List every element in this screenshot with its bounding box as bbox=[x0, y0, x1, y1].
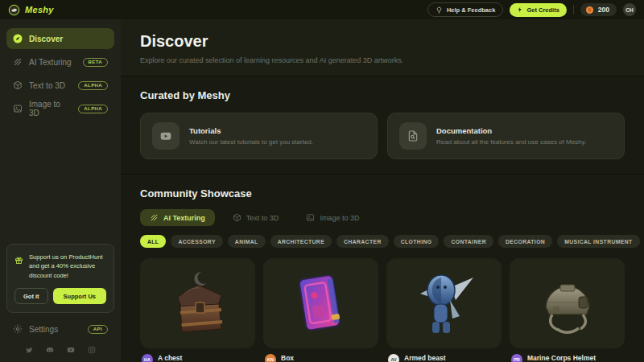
sidebar-item-label: Text to 3D bbox=[29, 81, 65, 90]
showcase-tabs: AI TexturingText to 3DImage to 3D bbox=[140, 209, 625, 226]
model-thumbnail[interactable] bbox=[263, 258, 378, 348]
top-bar: Meshy Help & Feedback Get Credits 200 CH bbox=[0, 0, 644, 19]
curated-card-title: Tutorials bbox=[189, 126, 313, 135]
document-icon bbox=[399, 122, 427, 150]
filter-musical-instrument[interactable]: MUSICAL INSTRUMENT bbox=[557, 235, 639, 248]
image-icon bbox=[13, 104, 23, 113]
filter-decoration[interactable]: DECORATION bbox=[498, 235, 552, 248]
social-links bbox=[0, 339, 121, 357]
model-title: Armed beast bbox=[404, 354, 446, 362]
get-credits-button[interactable]: Get Credits bbox=[510, 3, 566, 17]
tab-label: Text to 3D bbox=[246, 214, 279, 222]
meshy-logo[interactable]: Meshy bbox=[8, 4, 54, 16]
category-filters: ALLACCESSORYANIMALARCHITECTURECHARACTERC… bbox=[140, 235, 625, 248]
filter-architecture[interactable]: ARCHITECTURE bbox=[270, 235, 332, 248]
page-subtitle: Explore our curated selection of learnin… bbox=[140, 56, 625, 64]
main-content: Discover Explore our curated selection o… bbox=[121, 19, 644, 362]
sidebar-item-settings[interactable]: Settings API bbox=[0, 319, 121, 339]
got-it-button[interactable]: Got it bbox=[14, 288, 48, 304]
sidebar-item-label: AI Texturing bbox=[29, 58, 72, 67]
showcase-grid: HAA chestHannahKNBoxKnight42AVArmed beas… bbox=[140, 258, 625, 362]
curated-card-description: Read about all the features and use case… bbox=[436, 138, 586, 146]
model-title: Box bbox=[281, 354, 305, 362]
instagram-icon[interactable] bbox=[88, 346, 96, 354]
logo-text: Meshy bbox=[25, 5, 54, 14]
credits-count: 200 bbox=[598, 6, 609, 14]
author-avatar[interactable]: AV bbox=[388, 354, 399, 362]
model-thumbnail[interactable] bbox=[510, 258, 625, 348]
author-avatar[interactable]: PR bbox=[511, 354, 522, 362]
showcase-card-box: KNBoxKnight42 bbox=[263, 258, 378, 362]
curated-card-description: Watch our latest tutorials to get you st… bbox=[189, 138, 313, 146]
alpha-badge: ALPHA bbox=[78, 81, 108, 90]
author-avatar[interactable]: HA bbox=[142, 354, 153, 362]
gear-icon bbox=[13, 324, 23, 334]
topbar-divider bbox=[573, 5, 574, 14]
sidebar: DiscoverAI TexturingBETAText to 3DALPHAI… bbox=[0, 19, 121, 362]
lightning-icon bbox=[517, 6, 523, 13]
filter-accessory[interactable]: ACCESSORY bbox=[171, 235, 222, 248]
discord-icon[interactable] bbox=[46, 346, 54, 354]
page-header: Discover Explore our curated selection o… bbox=[121, 19, 644, 76]
twitter-icon[interactable] bbox=[25, 346, 33, 354]
coin-icon bbox=[585, 6, 594, 14]
support-us-button[interactable]: Support Us bbox=[53, 288, 106, 304]
api-badge: API bbox=[88, 325, 108, 334]
filter-clothing[interactable]: CLOTHING bbox=[394, 235, 440, 248]
cube-icon bbox=[233, 213, 242, 222]
settings-label: Settings bbox=[29, 325, 58, 334]
author-avatar[interactable]: KN bbox=[265, 354, 276, 362]
showcase-card-armed-beast: AVArmed beastAvAR bbox=[386, 258, 502, 362]
user-avatar[interactable]: CH bbox=[623, 3, 636, 16]
filter-animal[interactable]: ANIMAL bbox=[228, 235, 266, 248]
filter-character[interactable]: CHARACTER bbox=[336, 235, 389, 248]
get-credits-label: Get Credits bbox=[526, 6, 559, 14]
sidebar-item-text-to-3d[interactable]: Text to 3DALPHA bbox=[6, 75, 114, 96]
gift-icon bbox=[14, 253, 23, 281]
tab-label: AI Texturing bbox=[163, 214, 205, 222]
bulb-icon bbox=[436, 6, 443, 14]
tab-image-to-3d[interactable]: Image to 3D bbox=[296, 209, 369, 226]
alpha-badge: ALPHA bbox=[78, 105, 108, 113]
cube-icon bbox=[13, 80, 23, 90]
curated-heading: Curated by Meshy bbox=[140, 89, 625, 101]
sidebar-item-label: Discover bbox=[29, 35, 63, 43]
image-icon bbox=[306, 213, 315, 222]
curated-section: Curated by Meshy TutorialsWatch our late… bbox=[121, 76, 644, 175]
model-thumbnail[interactable] bbox=[140, 258, 255, 348]
curated-card-tutorials[interactable]: TutorialsWatch our latest tutorials to g… bbox=[140, 113, 378, 159]
meshy-logo-icon bbox=[8, 4, 20, 16]
help-feedback-label: Help & Feedback bbox=[447, 6, 495, 14]
showcase-card-a-chest: HAA chestHannah bbox=[140, 258, 255, 362]
filter-all[interactable]: ALL bbox=[140, 235, 166, 248]
showcase-card-marine-corps-helmet: PRMarine Corps HelmetProton bbox=[510, 258, 625, 362]
sidebar-nav: DiscoverAI TexturingBETAText to 3DALPHAI… bbox=[0, 19, 121, 121]
beta-badge: BETA bbox=[83, 58, 109, 67]
page-title: Discover bbox=[140, 32, 625, 51]
producthunt-support-card: Support us on ProductHunt and get a 40% … bbox=[6, 244, 114, 313]
help-feedback-button[interactable]: Help & Feedback bbox=[427, 2, 503, 17]
sidebar-item-image-to-3d[interactable]: Image to 3DALPHA bbox=[6, 98, 114, 119]
credits-balance[interactable]: 200 bbox=[580, 3, 617, 16]
curated-card-title: Documentation bbox=[436, 126, 586, 135]
tab-ai-texturing[interactable]: AI Texturing bbox=[140, 209, 215, 226]
model-thumbnail[interactable] bbox=[386, 258, 502, 348]
sidebar-item-label: Image to 3D bbox=[29, 100, 72, 117]
texture-icon bbox=[150, 213, 159, 222]
filter-container[interactable]: CONTAINER bbox=[444, 235, 493, 248]
tab-text-to-3d[interactable]: Text to 3D bbox=[223, 209, 289, 226]
model-title: A chest bbox=[158, 354, 182, 362]
support-text: Support us on ProductHunt and get a 40% … bbox=[29, 253, 106, 281]
model-title: Marine Corps Helmet bbox=[527, 354, 596, 362]
youtube-icon[interactable] bbox=[67, 346, 75, 354]
texture-icon bbox=[13, 57, 23, 67]
curated-card-documentation[interactable]: DocumentationRead about all the features… bbox=[387, 113, 625, 159]
showcase-section: Community Showcase AI TexturingText to 3… bbox=[121, 175, 644, 362]
showcase-heading: Community Showcase bbox=[140, 187, 625, 200]
sidebar-item-ai-texturing[interactable]: AI TexturingBETA bbox=[6, 51, 114, 72]
compass-icon bbox=[13, 34, 23, 43]
tab-label: Image to 3D bbox=[320, 214, 359, 222]
play-icon bbox=[152, 122, 180, 150]
sidebar-item-discover[interactable]: Discover bbox=[6, 28, 114, 49]
